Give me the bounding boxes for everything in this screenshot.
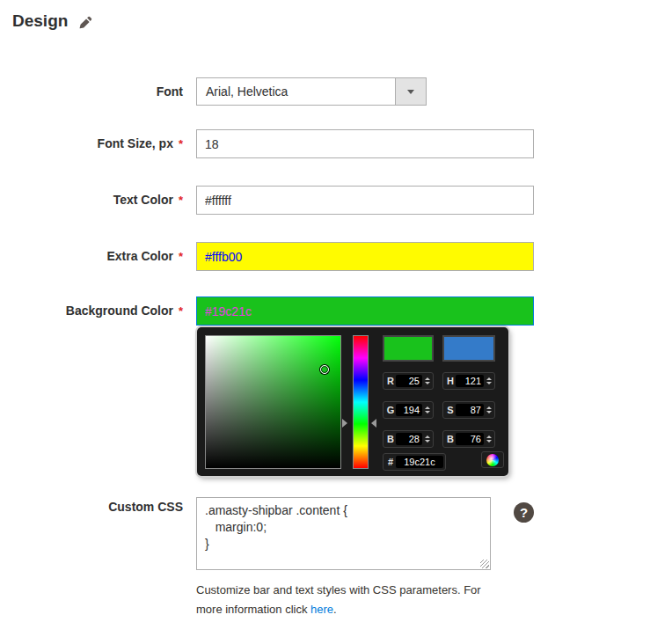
hue-field: H 121 [442, 372, 495, 390]
background-color-label-text: Background Color [66, 304, 173, 318]
stepper-up-icon[interactable] [486, 406, 492, 409]
red-field-label: R [385, 376, 396, 386]
saturation-field: S 87 [442, 401, 495, 419]
textarea-resize-handle-icon[interactable] [480, 560, 489, 568]
background-color-input[interactable] [196, 296, 534, 326]
stepper-down-icon[interactable] [486, 440, 492, 443]
stepper-up-icon[interactable] [486, 435, 492, 438]
saturation-brightness-field[interactable] [205, 335, 341, 469]
saturation-stepper[interactable] [486, 406, 493, 413]
hue-field-input[interactable]: 121 [456, 375, 484, 387]
design-settings-panel: Design Font Arial, Helvetica Font Size, … [0, 0, 672, 622]
stepper-up-icon[interactable] [425, 377, 430, 380]
stepper-down-icon[interactable] [486, 382, 492, 384]
font-size-input[interactable] [196, 129, 534, 158]
current-color-swatch[interactable] [442, 335, 495, 362]
blue-field: B 28 [383, 430, 434, 448]
color-wheel-icon [486, 454, 499, 466]
extra-color-label-text: Extra Color [106, 249, 172, 263]
form-row-text-color: Text Color* [0, 186, 672, 216]
font-select-arrow-button[interactable] [395, 78, 426, 105]
stepper-down-icon[interactable] [425, 411, 430, 413]
font-size-label-text: Font Size, px [98, 136, 173, 150]
stepper-up-icon[interactable] [425, 406, 430, 409]
blue-field-input[interactable]: 28 [396, 433, 422, 445]
custom-css-textarea[interactable]: .amasty-shipbar .content { margin:0; } [196, 497, 491, 570]
hex-field: # 19c21c [383, 453, 446, 471]
background-color-label: Background Color* [0, 304, 183, 318]
form-row-font: Font Arial, Helvetica [0, 77, 672, 107]
brightness-stepper[interactable] [486, 435, 493, 443]
hue-stepper[interactable] [486, 377, 493, 384]
green-field-input[interactable]: 194 [396, 404, 422, 416]
extra-color-label: Extra Color* [0, 249, 183, 263]
stepper-down-icon[interactable] [425, 382, 430, 384]
text-color-input[interactable] [196, 186, 534, 215]
font-size-label: Font Size, px* [0, 136, 183, 150]
stepper-up-icon[interactable] [486, 377, 492, 380]
required-asterisk: * [179, 250, 183, 263]
green-stepper[interactable] [424, 406, 431, 413]
stepper-up-icon[interactable] [425, 435, 430, 438]
help-question-icon[interactable]: ? [514, 502, 534, 523]
custom-css-note: Customize bar and text styles with CSS p… [196, 581, 509, 619]
hex-field-label: # [385, 457, 396, 467]
stepper-down-icon[interactable] [486, 411, 492, 413]
note-here-link[interactable]: here [310, 603, 333, 616]
hue-slider[interactable] [353, 335, 369, 469]
text-color-label-text: Text Color [113, 193, 173, 207]
red-stepper[interactable] [424, 377, 431, 384]
font-select-value: Arial, Helvetica [197, 78, 395, 105]
color-wheel-button[interactable] [481, 451, 504, 468]
required-asterisk: * [179, 137, 183, 150]
new-color-swatch [383, 335, 434, 362]
font-select[interactable]: Arial, Helvetica [196, 77, 427, 106]
color-picker-popup: R 25 G 194 B 28 H 121 S 87 B 76 [197, 327, 508, 476]
stepper-down-icon[interactable] [425, 440, 430, 443]
green-field: G 194 [383, 401, 434, 419]
hue-field-label: H [445, 376, 456, 386]
blue-stepper[interactable] [424, 435, 431, 443]
font-label: Font [0, 84, 183, 99]
note-text: Customize bar and text styles with CSS p… [196, 583, 481, 616]
form-row-extra-color: Extra Color* [0, 242, 672, 272]
section-header: Design [12, 11, 92, 31]
form-row-font-size: Font Size, px* [0, 129, 672, 159]
saturation-field-input[interactable]: 87 [456, 404, 484, 416]
brightness-field-input[interactable]: 76 [456, 433, 484, 445]
note-suffix: . [333, 603, 337, 616]
hue-slider-left-arrow-icon[interactable] [342, 419, 347, 428]
form-row-background-color: Background Color* [0, 296, 672, 326]
saturation-cursor[interactable] [320, 365, 329, 374]
hue-slider-right-arrow-icon[interactable] [371, 419, 376, 428]
extra-color-input[interactable] [196, 242, 534, 271]
red-field-input[interactable]: 25 [396, 375, 422, 387]
required-asterisk: * [179, 194, 183, 207]
edit-pencil-icon[interactable] [79, 16, 92, 29]
required-asterisk: * [179, 304, 183, 318]
text-color-label: Text Color* [0, 193, 183, 207]
green-field-label: G [385, 405, 396, 415]
custom-css-label: Custom CSS [0, 500, 183, 514]
blue-field-label: B [385, 434, 396, 444]
chevron-down-icon [407, 90, 414, 94]
custom-css-label-text: Custom CSS [108, 500, 183, 514]
brightness-field-label: B [445, 434, 456, 444]
hex-field-input[interactable]: 19c21c [396, 456, 443, 468]
saturation-field-label: S [445, 405, 456, 415]
red-field: R 25 [383, 372, 434, 390]
brightness-field: B 76 [442, 430, 495, 448]
page-title: Design [12, 11, 68, 31]
font-label-text: Font [157, 84, 183, 99]
